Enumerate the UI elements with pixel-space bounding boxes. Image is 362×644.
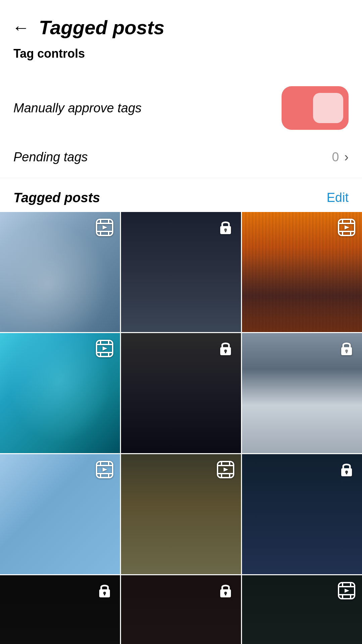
svg-rect-21 [97, 352, 113, 353]
svg-rect-57 [225, 593, 226, 595]
svg-rect-59 [339, 586, 355, 587]
post-10-icon [95, 581, 115, 601]
chevron-right-icon: › [344, 150, 349, 164]
svg-rect-17 [350, 232, 351, 235]
post-item-5[interactable] [121, 333, 241, 453]
post-item-3[interactable] [242, 212, 362, 332]
svg-rect-25 [108, 353, 109, 357]
header: ← Tagged posts [0, 0, 362, 47]
svg-rect-22 [100, 340, 101, 344]
svg-rect-39 [108, 474, 109, 478]
tag-controls-section: Tag controls [0, 47, 362, 79]
svg-marker-48 [224, 468, 228, 472]
pending-tags-right: 0 › [332, 150, 349, 164]
manually-approve-row: Manually approve tags [0, 79, 362, 143]
svg-rect-15 [350, 219, 351, 223]
svg-rect-36 [100, 462, 101, 465]
svg-rect-13 [339, 231, 355, 232]
post-item-9[interactable] [242, 454, 362, 574]
post-1-icon [95, 217, 115, 237]
post-item-4[interactable] [0, 333, 120, 453]
svg-rect-47 [229, 474, 230, 478]
svg-rect-20 [97, 344, 113, 345]
post-7-icon [95, 460, 115, 480]
svg-rect-2 [97, 231, 113, 232]
post-2-icon [216, 217, 236, 237]
svg-rect-3 [100, 219, 101, 223]
pending-tags-row[interactable]: Pending tags 0 › [0, 143, 362, 178]
back-button[interactable]: ← [12, 19, 29, 36]
svg-rect-38 [100, 474, 101, 478]
svg-rect-54 [104, 593, 105, 595]
svg-rect-29 [225, 351, 226, 353]
post-9-icon [337, 460, 357, 480]
post-11-icon [216, 581, 236, 601]
svg-rect-44 [221, 462, 222, 465]
svg-rect-63 [342, 595, 343, 599]
svg-rect-51 [346, 472, 347, 474]
svg-rect-12 [339, 223, 355, 224]
svg-rect-43 [218, 473, 234, 474]
svg-rect-23 [108, 340, 109, 344]
tagged-posts-header: Tagged posts Edit [0, 178, 362, 212]
post-item-8[interactable] [121, 454, 241, 574]
svg-rect-0 [97, 219, 113, 235]
svg-marker-26 [103, 346, 107, 351]
svg-rect-1 [97, 223, 113, 224]
svg-rect-46 [221, 474, 222, 478]
svg-marker-7 [103, 225, 107, 229]
post-item-11[interactable] [121, 575, 241, 644]
tag-controls-label: Tag controls [13, 47, 85, 61]
edit-button[interactable]: Edit [327, 191, 349, 205]
toggle-knob [313, 93, 343, 123]
svg-rect-60 [339, 594, 355, 595]
post-8-icon [216, 460, 236, 480]
post-item-1[interactable] [0, 212, 120, 332]
post-item-6[interactable] [242, 333, 362, 453]
svg-rect-5 [100, 232, 101, 235]
svg-rect-37 [108, 462, 109, 465]
manually-approve-toggle[interactable] [282, 86, 349, 130]
post-item-12[interactable] [242, 575, 362, 644]
post-item-10[interactable] [0, 575, 120, 644]
svg-marker-40 [103, 468, 107, 472]
svg-rect-61 [342, 583, 343, 586]
svg-rect-45 [229, 462, 230, 465]
svg-marker-18 [345, 225, 349, 229]
svg-rect-64 [350, 595, 351, 599]
svg-rect-62 [350, 583, 351, 586]
post-1-overlay [0, 212, 120, 332]
post-4-icon [95, 338, 115, 359]
post-item-7[interactable] [0, 454, 120, 574]
svg-rect-34 [97, 465, 113, 466]
pending-count: 0 [332, 150, 339, 164]
pending-tags-label: Pending tags [13, 150, 88, 164]
manually-approve-label: Manually approve tags [13, 101, 141, 115]
svg-rect-10 [225, 230, 226, 232]
tagged-posts-label: Tagged posts [13, 190, 100, 205]
svg-rect-24 [100, 353, 101, 357]
post-12-icon [337, 581, 357, 601]
svg-rect-32 [346, 351, 347, 353]
post-3-icon [337, 217, 357, 237]
post-6-icon [337, 338, 357, 359]
posts-grid [0, 212, 362, 644]
post-item-2[interactable] [121, 212, 241, 332]
svg-rect-35 [97, 473, 113, 474]
svg-rect-6 [108, 232, 109, 235]
svg-rect-4 [108, 219, 109, 223]
svg-rect-42 [218, 465, 234, 466]
svg-rect-16 [342, 232, 343, 235]
page-title: Tagged posts [39, 16, 165, 39]
svg-rect-14 [342, 219, 343, 223]
post-5-icon [216, 338, 236, 359]
svg-marker-65 [345, 589, 349, 593]
